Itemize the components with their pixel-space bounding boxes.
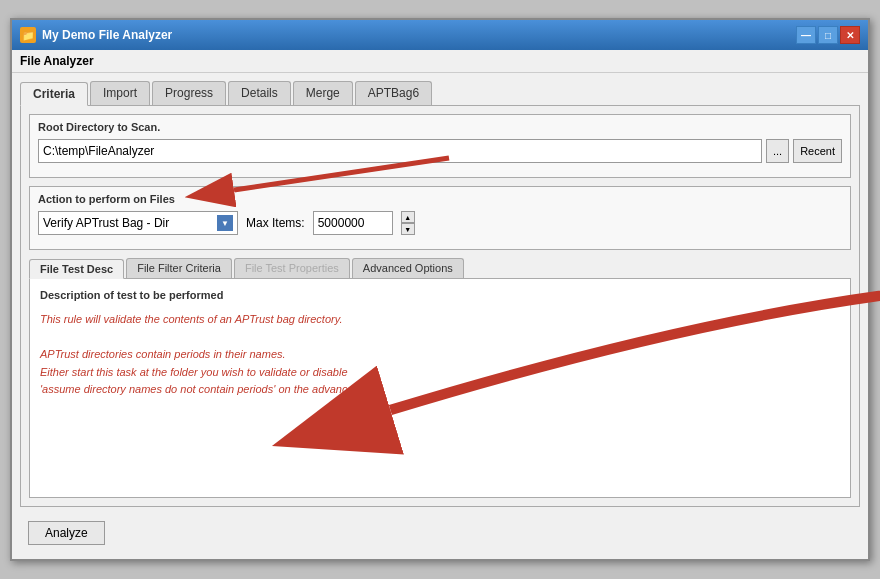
tab-aptbag6[interactable]: APTBag6 [355, 81, 432, 105]
root-directory-group: Root Directory to Scan. ... Recent [29, 114, 851, 178]
menu-label: File Analyzer [20, 54, 94, 68]
inner-tab-content-area: Description of test to be performed This… [29, 278, 851, 498]
close-button[interactable]: ✕ [840, 26, 860, 44]
inner-tab-file-test-properties: File Test Properties [234, 258, 350, 278]
root-directory-input[interactable] [38, 139, 762, 163]
menu-bar: File Analyzer [12, 50, 868, 73]
title-bar: 📁 My Demo File Analyzer — □ ✕ [12, 20, 868, 50]
action-group: Action to perform on Files Verify APTrus… [29, 186, 851, 250]
tab-progress[interactable]: Progress [152, 81, 226, 105]
tab-merge[interactable]: Merge [293, 81, 353, 105]
browse-button[interactable]: ... [766, 139, 789, 163]
recent-button[interactable]: Recent [793, 139, 842, 163]
root-directory-label: Root Directory to Scan. [38, 121, 842, 133]
inner-tab-advanced-options[interactable]: Advanced Options [352, 258, 464, 278]
top-tab-content: Root Directory to Scan. ... Recent Actio… [20, 105, 860, 507]
max-items-label: Max Items: [246, 216, 305, 230]
tab-details[interactable]: Details [228, 81, 291, 105]
action-dropdown-value: Verify APTrust Bag - Dir [43, 216, 169, 230]
desc-line5: 'assume directory names do not contain p… [40, 383, 381, 395]
tab-criteria[interactable]: Criteria [20, 82, 88, 106]
minimize-button[interactable]: — [796, 26, 816, 44]
desc-line3: APTrust directories contain periods in t… [40, 348, 286, 360]
dropdown-inner: Verify APTrust Bag - Dir ▼ [43, 215, 233, 231]
spinner-up-button[interactable]: ▲ [401, 211, 415, 223]
action-label: Action to perform on Files [38, 193, 842, 205]
title-bar-left: 📁 My Demo File Analyzer [20, 27, 172, 43]
window-title: My Demo File Analyzer [42, 28, 172, 42]
main-content: Criteria Import Progress Details Merge A… [12, 73, 868, 559]
tab-import[interactable]: Import [90, 81, 150, 105]
inner-tab-container: File Test Desc File Filter Criteria File… [29, 258, 851, 498]
main-window: 📁 My Demo File Analyzer — □ ✕ File Analy… [10, 18, 870, 561]
max-items-spinner: ▲ ▼ [401, 211, 415, 235]
maximize-button[interactable]: □ [818, 26, 838, 44]
top-tab-bar: Criteria Import Progress Details Merge A… [20, 81, 860, 105]
desc-line1: This rule will validate the contents of … [40, 313, 342, 325]
desc-line4: Either start this task at the folder you… [40, 366, 348, 378]
description-title: Description of test to be performed [40, 289, 840, 301]
inner-tab-file-filter-criteria[interactable]: File Filter Criteria [126, 258, 232, 278]
action-row: Verify APTrust Bag - Dir ▼ Max Items: ▲ … [38, 211, 842, 235]
action-dropdown[interactable]: Verify APTrust Bag - Dir ▼ [38, 211, 238, 235]
app-icon: 📁 [20, 27, 36, 43]
dropdown-arrow-icon: ▼ [217, 215, 233, 231]
max-items-input[interactable] [313, 211, 393, 235]
root-directory-row: ... Recent [38, 139, 842, 163]
bottom-bar: Analyze [20, 515, 860, 551]
inner-tab-bar: File Test Desc File Filter Criteria File… [29, 258, 851, 278]
analyze-button[interactable]: Analyze [28, 521, 105, 545]
spinner-down-button[interactable]: ▼ [401, 223, 415, 235]
description-body: This rule will validate the contents of … [40, 311, 840, 399]
inner-tab-file-test-desc[interactable]: File Test Desc [29, 259, 124, 279]
title-bar-controls: — □ ✕ [796, 26, 860, 44]
